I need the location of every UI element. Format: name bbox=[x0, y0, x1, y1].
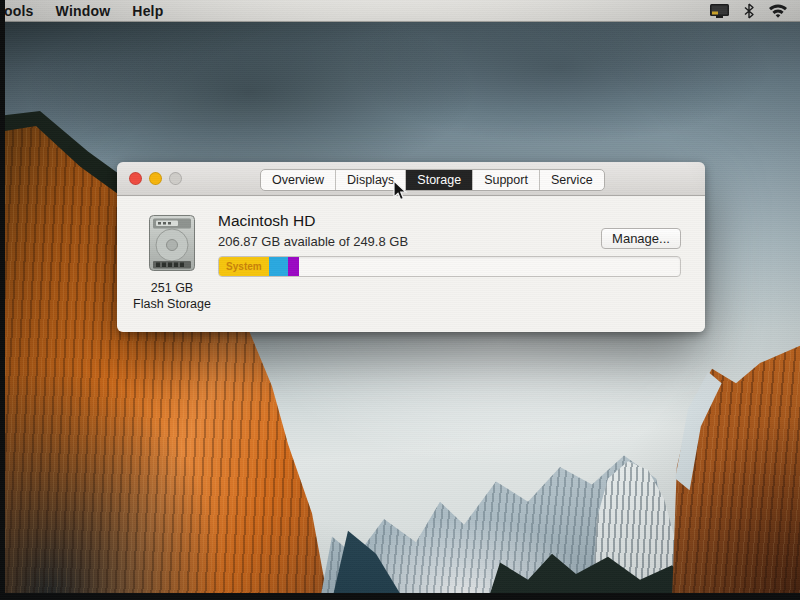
wifi-icon[interactable] bbox=[768, 3, 788, 18]
display-icon[interactable] bbox=[709, 3, 730, 19]
disk-availability-text: 206.87 GB available of 249.8 GB bbox=[218, 234, 408, 249]
about-this-mac-window: Overview Displays Storage Support Servic… bbox=[117, 162, 705, 332]
screen-photo: ools Window Help bbox=[0, 0, 800, 600]
tab-service[interactable]: Service bbox=[540, 170, 604, 190]
menu-item-help[interactable]: Help bbox=[121, 3, 174, 19]
menu-item-window[interactable]: Window bbox=[45, 3, 122, 19]
manage-button[interactable]: Manage... bbox=[601, 228, 681, 249]
storage-pane: 251 GB Flash Storage Macintosh HD 206.87… bbox=[117, 196, 705, 332]
tab-storage[interactable]: Storage bbox=[406, 170, 473, 190]
menu-items: ools Window Help bbox=[2, 3, 174, 19]
drive-column: 251 GB Flash Storage bbox=[125, 214, 219, 312]
close-button[interactable] bbox=[129, 172, 142, 185]
traffic-lights bbox=[129, 172, 182, 185]
drive-capacity-label: 251 GB bbox=[125, 280, 219, 296]
minimize-button[interactable] bbox=[149, 172, 162, 185]
menu-status-icons bbox=[709, 3, 800, 19]
screen-bezel-left bbox=[0, 0, 5, 600]
tab-overview[interactable]: Overview bbox=[261, 170, 336, 190]
bluetooth-icon[interactable] bbox=[744, 3, 754, 19]
usage-segment-purple bbox=[288, 257, 299, 276]
screen-bezel-bottom bbox=[0, 593, 800, 600]
menu-bar: ools Window Help bbox=[0, 0, 800, 22]
tab-bar: Overview Displays Storage Support Servic… bbox=[260, 169, 605, 191]
storage-usage-bar: System bbox=[218, 256, 681, 277]
internal-drive-icon bbox=[148, 214, 196, 272]
mouse-cursor bbox=[392, 180, 408, 206]
menu-item-tools[interactable]: ools bbox=[2, 3, 45, 19]
usage-segment-system: System bbox=[219, 257, 269, 276]
usage-segment-blue bbox=[269, 257, 288, 276]
drive-type-label: Flash Storage bbox=[125, 296, 219, 312]
tab-support[interactable]: Support bbox=[473, 170, 540, 190]
zoom-button bbox=[169, 172, 182, 185]
window-titlebar[interactable]: Overview Displays Storage Support Servic… bbox=[117, 162, 705, 196]
disk-name: Macintosh HD bbox=[218, 212, 315, 230]
